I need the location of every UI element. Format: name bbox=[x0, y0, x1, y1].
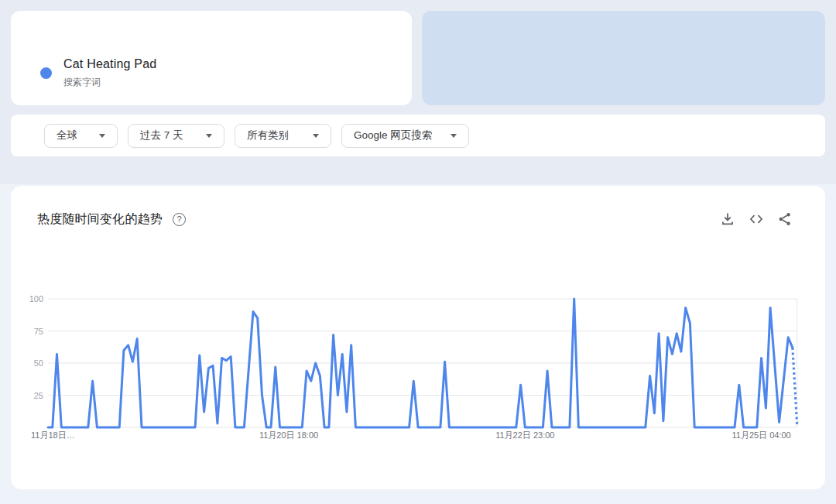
chart-title: 热度随时间变化的趋势 bbox=[37, 211, 163, 228]
chevron-down-icon bbox=[451, 134, 457, 138]
embed-button[interactable] bbox=[747, 210, 766, 228]
y-axis-label-50: 50 bbox=[34, 358, 43, 368]
search-term-subtitle: 搜索字词 bbox=[63, 76, 101, 89]
filter-category-label: 所有类别 bbox=[247, 129, 289, 142]
download-button[interactable] bbox=[718, 210, 737, 228]
embed-code-icon bbox=[749, 211, 764, 227]
x-axis-label-0: 11月18日… bbox=[31, 430, 75, 440]
search-term-card[interactable]: Cat Heating Pad 搜索字词 bbox=[11, 11, 412, 105]
x-axis-label-2: 11月22日 23:00 bbox=[495, 430, 554, 440]
chevron-down-icon bbox=[206, 134, 212, 138]
share-icon bbox=[777, 211, 793, 227]
x-axis-label-3: 11月25日 04:00 bbox=[732, 430, 790, 440]
add-comparison-button[interactable]: + 比较 bbox=[422, 11, 825, 105]
download-icon bbox=[720, 211, 735, 227]
chevron-down-icon bbox=[99, 134, 105, 138]
filter-category-dropdown[interactable]: 所有类别 bbox=[235, 124, 331, 148]
interest-over-time-chart[interactable]: 10075502511月18日…11月20日 18:0011月22日 23:00… bbox=[11, 288, 825, 451]
share-button[interactable] bbox=[776, 210, 794, 228]
interest-over-time-card: 热度随时间变化的趋势 ? 10075502511月18日…11月20日 1 bbox=[11, 186, 825, 489]
filter-timerange-dropdown[interactable]: 过去 7 天 bbox=[128, 124, 224, 148]
y-axis-label-25: 25 bbox=[34, 391, 43, 400]
chevron-down-icon bbox=[313, 134, 319, 138]
series-color-dot-icon bbox=[40, 67, 52, 79]
filter-region-label: 全球 bbox=[57, 129, 77, 142]
trend-line-dotted-segment bbox=[793, 348, 797, 425]
y-axis-label-100: 100 bbox=[29, 294, 43, 303]
chart-header: 热度随时间变化的趋势 ? bbox=[11, 186, 825, 240]
filter-searchtype-label: Google 网页搜索 bbox=[354, 129, 432, 142]
filter-bar: 全球 过去 7 天 所有类别 Google 网页搜索 bbox=[11, 115, 825, 156]
search-term-title: Cat Heating Pad bbox=[63, 57, 156, 71]
y-axis-label-75: 75 bbox=[34, 327, 43, 336]
filter-searchtype-dropdown[interactable]: Google 网页搜索 bbox=[341, 124, 469, 148]
help-icon[interactable]: ? bbox=[173, 213, 186, 226]
x-axis-label-1: 11月20日 18:00 bbox=[259, 430, 318, 440]
filter-region-dropdown[interactable]: 全球 bbox=[44, 124, 118, 148]
chart-plot-area[interactable]: 10075502511月18日…11月20日 18:0011月22日 23:00… bbox=[11, 288, 825, 451]
filter-timerange-label: 过去 7 天 bbox=[140, 129, 183, 142]
